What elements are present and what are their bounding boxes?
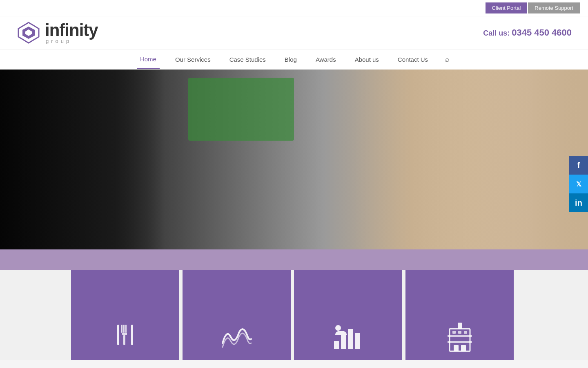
svg-rect-10 <box>334 341 339 349</box>
svg-rect-7 <box>122 333 127 335</box>
nav-our-services[interactable]: Our Services <box>172 50 214 69</box>
card-icon-3 <box>332 321 365 353</box>
header: infinity group Call us: 0345 450 4600 <box>0 16 588 49</box>
logo-area: infinity group <box>16 20 98 45</box>
service-card-3[interactable] <box>294 270 402 360</box>
search-icon: ⌕ <box>445 55 450 63</box>
nav-case-studies[interactable]: Case Studies <box>226 50 269 69</box>
svg-rect-6 <box>125 325 127 333</box>
call-label: Call us: <box>483 29 510 37</box>
facebook-button[interactable]: f <box>569 156 588 175</box>
logo-icon <box>16 20 41 45</box>
main-nav: Home Our Services Case Studies Blog Awar… <box>0 49 588 70</box>
svg-rect-13 <box>355 333 360 349</box>
hero-image <box>0 70 588 249</box>
svg-rect-11 <box>341 335 346 349</box>
top-bar: Client Portal Remote Support <box>0 0 588 16</box>
linkedin-button[interactable]: in <box>569 193 588 212</box>
logo-text: infinity group <box>45 22 98 44</box>
svg-rect-5 <box>123 325 125 333</box>
nav-contact-us[interactable]: Contact Us <box>394 50 431 69</box>
svg-rect-16 <box>448 335 472 337</box>
card-icon-1 <box>113 321 138 353</box>
remote-support-button[interactable]: Remote Support <box>528 2 580 13</box>
logo-sub: group <box>46 38 98 44</box>
svg-rect-17 <box>448 341 472 343</box>
facebook-icon: f <box>577 161 580 170</box>
call-us: Call us: 0345 450 4600 <box>483 27 572 38</box>
svg-rect-22 <box>458 331 461 334</box>
svg-rect-19 <box>461 345 466 351</box>
card-icon-4 <box>443 321 476 353</box>
hero-purple-strip <box>0 249 588 270</box>
phone-number: 0345 450 4600 <box>512 27 572 38</box>
svg-rect-4 <box>121 325 122 333</box>
svg-rect-23 <box>464 331 467 334</box>
logo-name: infinity <box>45 22 98 39</box>
svg-rect-18 <box>454 345 459 351</box>
service-card-2[interactable] <box>183 270 291 360</box>
social-sidebar: f 𝕏 in <box>569 156 588 212</box>
nav-awards[interactable]: Awards <box>312 50 339 69</box>
card-icon-2 <box>220 321 253 353</box>
nav-about-us[interactable]: About us <box>352 50 382 69</box>
svg-rect-21 <box>452 331 456 334</box>
service-card-4[interactable] <box>405 270 514 360</box>
service-cards-row <box>0 270 588 360</box>
svg-rect-9 <box>131 325 133 345</box>
twitter-icon: 𝕏 <box>576 180 581 188</box>
twitter-button[interactable]: 𝕏 <box>569 175 588 193</box>
nav-home[interactable]: Home <box>137 50 160 69</box>
search-button[interactable]: ⌕ <box>443 55 451 64</box>
svg-rect-20 <box>458 323 462 329</box>
linkedin-icon: in <box>575 198 582 208</box>
service-card-1[interactable] <box>71 270 179 360</box>
svg-rect-8 <box>123 335 125 345</box>
svg-rect-3 <box>117 325 119 345</box>
svg-rect-12 <box>348 329 353 349</box>
client-portal-button[interactable]: Client Portal <box>486 2 528 13</box>
svg-point-14 <box>335 325 341 331</box>
nav-blog[interactable]: Blog <box>281 50 300 69</box>
